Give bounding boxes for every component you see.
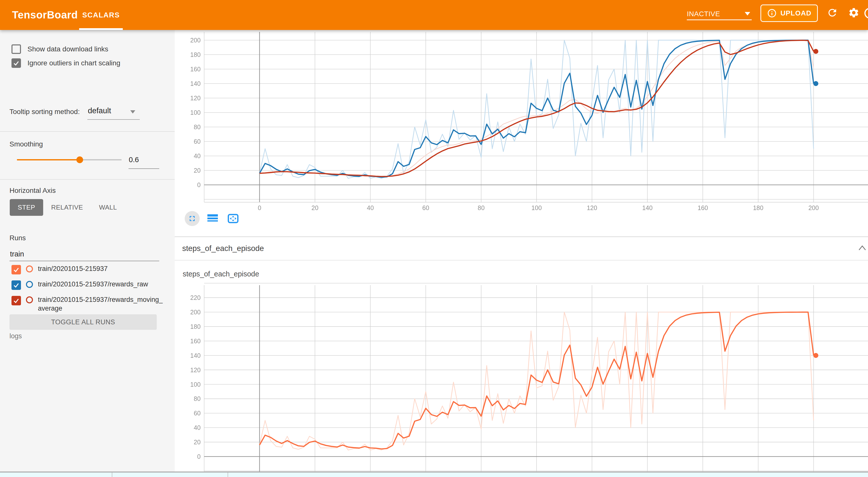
input-underline [128, 168, 159, 169]
checkbox-label[interactable]: Ignore outliers in chart scaling [27, 59, 120, 67]
smoothing-value-input[interactable]: 0.6 [129, 156, 139, 164]
info-icon [767, 8, 777, 18]
help-icon[interactable] [864, 7, 868, 19]
expand-chart-button[interactable] [185, 211, 200, 226]
run-row[interactable]: train/20201015-215937 [11, 264, 171, 275]
strip-tick [112, 473, 112, 477]
smoothing-slider[interactable] [17, 159, 122, 160]
upload-button[interactable]: UPLOAD [761, 4, 818, 22]
upload-button-label: UPLOAD [780, 9, 811, 17]
run-checkbox[interactable] [11, 265, 21, 275]
status-dropdown[interactable]: INACTIVE [687, 10, 752, 18]
chevron-down-icon[interactable] [745, 12, 750, 15]
run-checkbox[interactable] [11, 296, 21, 305]
smoothing-label: Smoothing [9, 140, 43, 148]
smoothing-slider-fill [17, 159, 80, 160]
run-row[interactable]: train/20201015-215937/rewards_moving_ave… [11, 295, 171, 313]
run-color-circle[interactable] [26, 281, 33, 288]
logdir-label: logs [9, 332, 22, 340]
settings-checkbox-row[interactable]: Ignore outliers in chart scaling [11, 58, 166, 68]
select-underline [87, 119, 140, 120]
gear-icon[interactable] [848, 7, 860, 19]
axis-mode-relative[interactable]: RELATIVE [43, 199, 91, 216]
horizontal-axis-buttons: STEPRELATIVEWALL [10, 199, 125, 216]
app-title: TensorBoard [12, 0, 78, 30]
rewards-chart-canvas[interactable] [175, 30, 868, 237]
tab-scalars[interactable]: SCALARS [79, 0, 123, 30]
run-checkbox[interactable] [11, 280, 21, 290]
checkbox[interactable] [11, 58, 21, 68]
chart-card-title: steps_of_each_episode [183, 270, 259, 278]
tooltip-sorting-select[interactable]: default [88, 106, 111, 115]
refresh-icon[interactable] [827, 7, 838, 19]
axis-mode-wall[interactable]: WALL [91, 199, 125, 216]
bottom-strip [0, 473, 868, 477]
divider [175, 260, 868, 260]
runs-label: Runs [9, 234, 26, 242]
run-filter-input[interactable] [9, 249, 159, 261]
run-label[interactable]: train/20201015-215937/rewards_moving_ave… [38, 295, 163, 313]
strip-tick [227, 473, 228, 477]
section-header-row[interactable]: steps_of_each_episode [175, 237, 868, 260]
status-dropdown-underline [687, 20, 752, 20]
collapse-chevron-icon[interactable] [858, 245, 867, 251]
fit-domain-icon[interactable] [226, 211, 241, 226]
app-header: TensorBoard SCALARS INACTIVE UPLOAD [0, 0, 868, 30]
chevron-down-icon[interactable] [130, 110, 135, 114]
settings-checkbox-row[interactable]: Show data download links [11, 44, 166, 54]
run-color-circle[interactable] [26, 296, 33, 304]
tooltip-sorting-label: Tooltip sorting method: [9, 108, 80, 116]
toggle-all-runs-button[interactable]: TOGGLE ALL RUNS [9, 314, 157, 330]
settings-sidebar: Show data download linksIgnore outliers … [0, 30, 175, 472]
axis-mode-step[interactable]: STEP [10, 199, 43, 216]
horizontal-axis-label: Horizontal Axis [9, 187, 56, 195]
checkbox-label[interactable]: Show data download links [27, 45, 108, 53]
runs-selector-icon[interactable] [205, 211, 220, 226]
chart-toolbar [185, 211, 241, 226]
run-label[interactable]: train/20201015-215937 [38, 264, 163, 273]
run-label[interactable]: train/20201015-215937/rewards_raw [38, 280, 163, 289]
steps-chart-canvas[interactable] [175, 279, 868, 477]
run-row[interactable]: train/20201015-215937/rewards_raw [11, 280, 171, 290]
run-color-circle[interactable] [26, 265, 33, 273]
divider [0, 131, 175, 132]
section-title: steps_of_each_episode [182, 244, 264, 253]
divider [0, 179, 175, 180]
run-list: train/20201015-215937train/20201015-2159… [11, 264, 171, 318]
checkbox[interactable] [11, 44, 21, 54]
smoothing-slider-thumb[interactable] [76, 156, 83, 163]
